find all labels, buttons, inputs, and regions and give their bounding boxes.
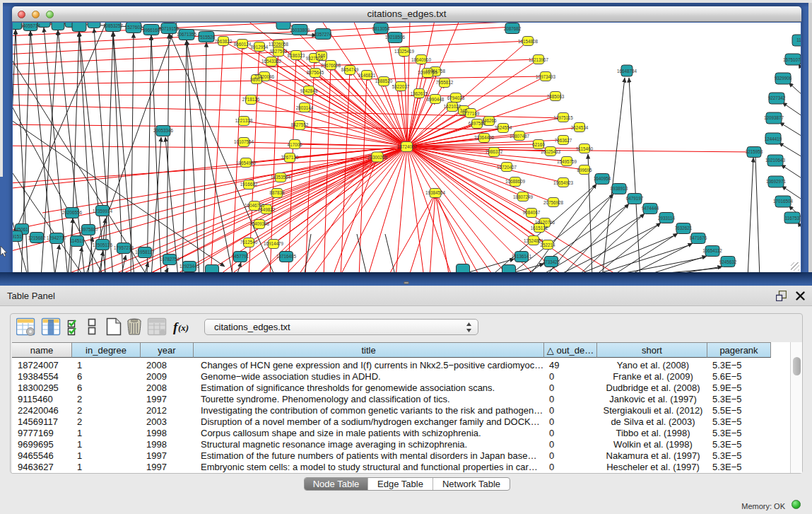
svg-text:111: 111 xyxy=(796,37,801,42)
svg-text:17016504: 17016504 xyxy=(773,199,794,204)
svg-text:8357274: 8357274 xyxy=(314,32,332,37)
svg-text:10853257: 10853257 xyxy=(103,23,124,28)
svg-text:10688609: 10688609 xyxy=(505,179,526,184)
svg-text:12213967: 12213967 xyxy=(529,57,549,62)
svg-text:1621022: 1621022 xyxy=(444,104,461,109)
svg-text:6479197: 6479197 xyxy=(626,196,644,201)
svg-text:887834: 887834 xyxy=(269,190,285,195)
svg-text:8938913: 8938913 xyxy=(611,186,628,191)
svg-text:12942737: 12942737 xyxy=(47,235,67,240)
svg-text:7485063: 7485063 xyxy=(547,94,565,99)
svg-text:98901: 98901 xyxy=(250,77,263,82)
svg-text:1244419: 1244419 xyxy=(765,136,782,141)
svg-text:16033809: 16033809 xyxy=(290,28,310,33)
svg-text:746266: 746266 xyxy=(481,118,497,123)
svg-text:9146821: 9146821 xyxy=(358,73,376,78)
svg-text:114519: 114519 xyxy=(70,238,85,243)
svg-text:14136141: 14136141 xyxy=(512,254,532,259)
svg-text:25300205: 25300205 xyxy=(367,155,388,160)
svg-text:1615132: 1615132 xyxy=(531,226,548,230)
svg-text:10107554: 10107554 xyxy=(234,139,254,144)
svg-text:18724007: 18724007 xyxy=(397,144,418,149)
svg-text:9227342: 9227342 xyxy=(768,95,786,100)
svg-text:14353594: 14353594 xyxy=(271,175,291,180)
svg-text:21364436: 21364436 xyxy=(474,135,495,140)
svg-text:1362615: 1362615 xyxy=(411,91,428,96)
svg-text:15716485: 15716485 xyxy=(276,254,297,259)
svg-text:8454749: 8454749 xyxy=(341,67,359,72)
svg-text:6794028: 6794028 xyxy=(447,95,465,100)
svg-text:9327503: 9327503 xyxy=(270,49,288,54)
svg-text:10671355: 10671355 xyxy=(177,32,197,37)
svg-text:8912954: 8912954 xyxy=(251,45,269,49)
svg-text:16782759: 16782759 xyxy=(160,257,180,262)
svg-text:16914479: 16914479 xyxy=(264,241,284,246)
svg-text:8660124: 8660124 xyxy=(234,42,252,47)
svg-text:15751074: 15751074 xyxy=(783,57,801,62)
svg-text:19654985: 19654985 xyxy=(236,160,257,165)
svg-text:12359914: 12359914 xyxy=(93,209,113,214)
svg-text:1221338: 1221338 xyxy=(235,118,253,123)
svg-text:8427552: 8427552 xyxy=(291,122,309,127)
svg-text:17957273: 17957273 xyxy=(114,245,134,250)
svg-text:2087682: 2087682 xyxy=(504,26,522,31)
svg-text:10973493: 10973493 xyxy=(536,74,556,79)
svg-text:8813054: 8813054 xyxy=(372,26,390,31)
svg-text:2718126: 2718126 xyxy=(242,97,260,102)
svg-text:9115460: 9115460 xyxy=(576,146,594,151)
svg-text:899695: 899695 xyxy=(577,168,592,173)
svg-text:6966160: 6966160 xyxy=(143,28,160,33)
svg-text:9245632: 9245632 xyxy=(719,259,737,264)
svg-text:1527602: 1527602 xyxy=(125,25,143,30)
svg-text:10901765: 10901765 xyxy=(418,70,438,75)
svg-text:10958117: 10958117 xyxy=(135,250,155,255)
svg-text:3267130: 3267130 xyxy=(281,155,299,160)
svg-text:20206556: 20206556 xyxy=(62,210,83,215)
svg-text:19384554: 19384554 xyxy=(425,190,446,195)
svg-text:29676608: 29676608 xyxy=(321,63,341,68)
svg-text:45061: 45061 xyxy=(16,227,28,232)
svg-text:16648784: 16648784 xyxy=(617,69,637,74)
svg-text:8990448: 8990448 xyxy=(427,97,445,102)
svg-text:39151: 39151 xyxy=(13,234,22,239)
svg-text:19218506: 19218506 xyxy=(385,35,406,40)
svg-text:18807249: 18807249 xyxy=(513,194,534,199)
svg-text:10807487: 10807487 xyxy=(510,134,530,139)
svg-text:19654923: 19654923 xyxy=(553,180,574,185)
svg-text:13975887: 13975887 xyxy=(78,227,99,232)
svg-text:1640954: 1640954 xyxy=(594,176,611,181)
svg-text:20756928: 20756928 xyxy=(543,200,564,205)
svg-text:20053346: 20053346 xyxy=(153,128,174,133)
svg-text:9329906: 9329906 xyxy=(775,76,792,81)
svg-text:7955812: 7955812 xyxy=(436,80,454,85)
svg-text:1215682: 1215682 xyxy=(28,235,46,240)
svg-text:116753: 116753 xyxy=(785,216,800,221)
svg-text:13325419: 13325419 xyxy=(394,49,415,54)
svg-text:8186323: 8186323 xyxy=(288,53,305,58)
svg-text:10210643: 10210643 xyxy=(765,158,786,163)
svg-text:5322037: 5322037 xyxy=(392,84,410,89)
svg-text:1588520: 1588520 xyxy=(375,78,393,83)
svg-text:7515526: 7515526 xyxy=(198,35,216,40)
svg-text:9242848: 9242848 xyxy=(300,88,318,93)
svg-text:15720407: 15720407 xyxy=(497,165,517,170)
svg-text:(x): (x) xyxy=(178,322,189,333)
svg-text:2803144: 2803144 xyxy=(296,105,314,110)
svg-text:9777169: 9777169 xyxy=(462,111,480,116)
svg-text:12923445: 12923445 xyxy=(180,264,200,269)
svg-text:18640910: 18640910 xyxy=(411,57,432,62)
svg-text:7612540: 7612540 xyxy=(240,240,258,245)
svg-text:3624534: 3624534 xyxy=(571,125,589,130)
svg-text:62160: 62160 xyxy=(532,142,545,147)
svg-text:546: 546 xyxy=(318,53,326,58)
svg-text:1733426: 1733426 xyxy=(543,259,560,264)
svg-text:8875645: 8875645 xyxy=(307,70,324,75)
svg-text:12093877: 12093877 xyxy=(764,115,784,120)
svg-text:417006: 417006 xyxy=(287,142,302,147)
svg-text:1916682: 1916682 xyxy=(240,182,258,187)
svg-text:1449822: 1449822 xyxy=(258,207,276,212)
svg-text:14055714: 14055714 xyxy=(20,23,41,28)
svg-text:3624554: 3624554 xyxy=(495,125,512,130)
svg-text:9084067: 9084067 xyxy=(523,210,541,215)
svg-text:3215958: 3215958 xyxy=(746,149,763,154)
